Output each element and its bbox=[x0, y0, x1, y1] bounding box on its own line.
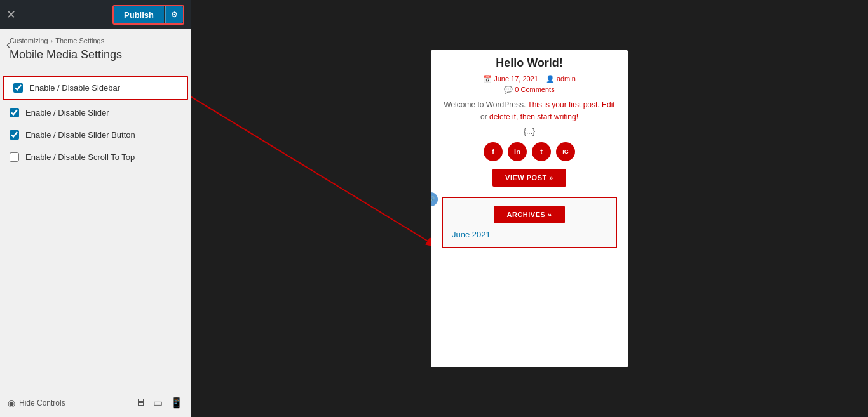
social-icons-row: f in t IG bbox=[440, 142, 618, 161]
page-title: Mobile Media Settings bbox=[0, 47, 191, 69]
preview-meta: 📅 June 17, 2021 👤 admin bbox=[440, 75, 618, 83]
checkbox-scroll-top[interactable] bbox=[10, 152, 19, 162]
breadcrumb-separator: › bbox=[51, 37, 53, 44]
hide-icon: ◉ bbox=[8, 398, 15, 408]
publish-button[interactable]: Publish bbox=[114, 6, 164, 23]
archives-button[interactable]: ARCHIVES » bbox=[494, 206, 564, 223]
social-instagram[interactable]: IG bbox=[556, 142, 575, 161]
hide-controls-label: Hide Controls bbox=[19, 399, 65, 407]
preview-container: 🔗 Hello World! 📅 June 17, 2021 👤 admin 💬 bbox=[431, 50, 628, 367]
calendar-icon: 📅 bbox=[483, 75, 492, 83]
right-area: 🔗 Hello World! 📅 June 17, 2021 👤 admin 💬 bbox=[191, 0, 868, 417]
breadcrumb-area: ‹ Customizing › Theme Settings bbox=[0, 29, 191, 47]
checkbox-slider[interactable] bbox=[10, 108, 19, 117]
preview-date-text: June 17, 2021 bbox=[494, 75, 538, 83]
breadcrumb-theme-settings[interactable]: Theme Settings bbox=[55, 37, 104, 44]
svg-line-1 bbox=[191, 96, 438, 248]
social-facebook[interactable]: f bbox=[484, 142, 503, 161]
preview-comments: 💬 0 Comments bbox=[440, 86, 618, 94]
preview-link-delete[interactable]: delete it, then start writing! bbox=[489, 112, 578, 121]
setting-slider-button[interactable]: Enable / Disable Slider Button bbox=[0, 124, 191, 146]
preview-content: Hello World! 📅 June 17, 2021 👤 admin 💬 0… bbox=[431, 50, 628, 263]
back-button[interactable]: ‹ bbox=[6, 38, 10, 51]
preview-author-text: admin bbox=[557, 75, 576, 83]
archives-section: ARCHIVES » June 2021 bbox=[442, 197, 617, 248]
label-slider-button: Enable / Disable Slider Button bbox=[25, 130, 135, 140]
bottom-bar: ◉ Hide Controls 🖥 ▭ 📱 bbox=[0, 388, 191, 417]
label-sidebar: Enable / Disable Sidebar bbox=[29, 83, 120, 93]
checkbox-sidebar[interactable] bbox=[13, 83, 23, 93]
label-slider: Enable / Disable Slider bbox=[25, 108, 109, 117]
settings-list: Enable / Disable Sidebar Enable / Disabl… bbox=[0, 69, 191, 388]
setting-sidebar[interactable]: Enable / Disable Sidebar bbox=[3, 76, 188, 100]
setting-scroll-top[interactable]: Enable / Disable Scroll To Top bbox=[0, 146, 191, 168]
social-twitter[interactable]: t bbox=[532, 142, 551, 161]
breadcrumb-customizing[interactable]: Customizing bbox=[10, 37, 48, 44]
tablet-icon[interactable]: ▭ bbox=[153, 397, 163, 409]
gear-button[interactable]: ⚙ bbox=[165, 6, 183, 23]
device-icons: 🖥 ▭ 📱 bbox=[135, 397, 183, 409]
preview-brackets: {...} bbox=[440, 127, 618, 136]
preview-date: 📅 June 17, 2021 bbox=[483, 75, 538, 83]
social-linkedin[interactable]: in bbox=[508, 142, 527, 161]
breadcrumb: Customizing › Theme Settings bbox=[10, 37, 181, 44]
close-button[interactable]: ✕ bbox=[6, 9, 16, 20]
left-panel: ✕ Publish ⚙ ‹ Customizing › Theme Settin… bbox=[0, 0, 191, 417]
preview-comments-text: 0 Comments bbox=[515, 86, 554, 93]
preview-scroll[interactable]: Hello World! 📅 June 17, 2021 👤 admin 💬 0… bbox=[431, 50, 628, 367]
checkbox-slider-button[interactable] bbox=[10, 130, 19, 140]
label-scroll-top: Enable / Disable Scroll To Top bbox=[25, 152, 135, 162]
preview-body-text: Welcome to WordPress. This is your first… bbox=[440, 99, 618, 123]
preview-link-this[interactable]: This is your first post. Edit bbox=[527, 100, 614, 109]
view-post-button[interactable]: VIEW POST » bbox=[492, 169, 566, 187]
user-icon: 👤 bbox=[546, 75, 555, 83]
hide-controls-btn[interactable]: ◉ Hide Controls bbox=[8, 398, 65, 408]
preview-title: Hello World! bbox=[440, 56, 618, 70]
comment-icon: 💬 bbox=[504, 86, 513, 94]
top-bar: ✕ Publish ⚙ bbox=[0, 0, 191, 29]
setting-slider[interactable]: Enable / Disable Slider bbox=[0, 102, 191, 124]
desktop-icon[interactable]: 🖥 bbox=[135, 397, 146, 409]
publish-area: Publish ⚙ bbox=[112, 5, 184, 25]
preview-author: 👤 admin bbox=[546, 75, 576, 83]
mobile-icon[interactable]: 📱 bbox=[170, 397, 183, 409]
archives-date: June 2021 bbox=[449, 230, 609, 239]
